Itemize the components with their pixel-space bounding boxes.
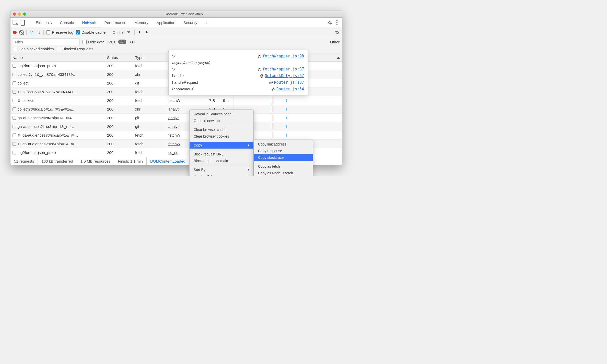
chevron-down-icon xyxy=(127,31,130,33)
throttling-select[interactable]: Online xyxy=(111,30,132,34)
tab-elements[interactable]: Elements xyxy=(32,18,56,27)
network-toolbar: Preserve log Disable cache Online xyxy=(10,28,342,37)
stack-link[interactable]: fetchWrapper.js:98 xyxy=(262,54,304,58)
table-row[interactable]: ga-audiences?t=sr&aip=1&_r=4…200gifanaly… xyxy=(10,114,342,122)
menu-sort-by[interactable]: Sort By xyxy=(190,166,253,173)
filter-all-pill[interactable]: All xyxy=(118,40,126,44)
type-cell: gif xyxy=(133,122,166,131)
preserve-log-label: Preserve log xyxy=(52,30,73,34)
svg-rect-6 xyxy=(138,34,141,34)
stack-link[interactable]: Router.js:54 xyxy=(276,87,304,91)
chevron-right-icon xyxy=(248,144,249,147)
gear-icon: ⚙ xyxy=(18,142,21,146)
tab-performance[interactable]: Performance xyxy=(100,18,131,27)
menu-open-new-tab[interactable]: Open in new tab xyxy=(190,117,253,124)
preserve-log-checkbox[interactable]: Preserve log xyxy=(46,30,73,34)
search-icon[interactable] xyxy=(36,30,41,35)
stack-link[interactable]: NetworkOnly.js:67 xyxy=(265,74,304,78)
type-cell: gif xyxy=(133,114,166,122)
device-icon[interactable] xyxy=(19,19,26,26)
menu-clear-cache[interactable]: Clear browser cache xyxy=(190,126,253,133)
context-menu: Reveal in Sources panel Open in new tab … xyxy=(189,110,254,176)
disable-cache-checkbox[interactable]: Disable cache xyxy=(76,30,106,34)
submenu-copy-response[interactable]: Copy response xyxy=(254,148,313,154)
tab-memory[interactable]: Memory xyxy=(130,18,152,27)
col-status[interactable]: Status xyxy=(105,54,133,61)
svg-point-3 xyxy=(336,22,338,23)
request-name: log?format=json_proto xyxy=(18,150,56,155)
svg-rect-1 xyxy=(21,20,25,25)
menu-clear-cookies[interactable]: Clear browser cookies xyxy=(190,133,253,140)
tab-security[interactable]: Security xyxy=(179,18,201,27)
submenu-copy-fetch[interactable]: Copy as fetch xyxy=(254,163,313,170)
col-type[interactable]: Type xyxy=(133,54,166,61)
chevron-right-icon xyxy=(248,175,249,176)
upload-icon[interactable] xyxy=(137,30,142,35)
download-icon[interactable] xyxy=(144,30,149,35)
close-icon[interactable] xyxy=(13,13,16,16)
zoom-icon[interactable] xyxy=(23,13,26,16)
filter-input[interactable] xyxy=(13,39,79,45)
submenu-copy-link[interactable]: Copy link address xyxy=(254,141,313,148)
submenu-copy-stacktrace[interactable]: Copy stacktrace xyxy=(254,154,313,161)
has-blocked-cookies-checkbox[interactable]: Has blocked cookies xyxy=(13,47,54,51)
table-row[interactable]: ga-audiences?t=sr&aip=1&_r=4…200gifanaly… xyxy=(10,122,342,131)
filter-icon[interactable] xyxy=(29,30,34,35)
stack-link[interactable]: fetchWrapper.js:37 xyxy=(262,67,304,71)
footer-domcontentloaded: DOMContentLoaded xyxy=(147,157,189,165)
initiator-cell[interactable]: fetchW xyxy=(166,96,207,105)
file-icon xyxy=(13,134,16,137)
request-name: collect?v=1&_v=j87&a=4334189… xyxy=(18,72,77,77)
table-row[interactable]: collect?t=dc&aip=1&_r=3&v=1&…200xhranaly… xyxy=(10,105,342,114)
file-icon xyxy=(13,64,16,68)
status-cell: 200 xyxy=(105,122,133,131)
status-cell: 200 xyxy=(105,96,133,105)
filter-type-xhr[interactable]: XH xyxy=(129,40,135,44)
col-name[interactable]: Name xyxy=(10,54,105,61)
table-row[interactable]: ⚙ga-audiences?t=sr&aip=1&_r=…200fetchfet… xyxy=(10,131,342,140)
table-row[interactable]: ⚙collect200fetchfetchW7 B9… xyxy=(10,96,342,105)
sort-arrow-icon xyxy=(337,57,340,59)
file-icon xyxy=(13,116,16,120)
gear-icon[interactable] xyxy=(326,19,333,26)
hide-data-urls-checkbox[interactable]: Hide data URLs xyxy=(83,40,115,44)
type-cell: fetch xyxy=(133,96,166,105)
menu-reveal-sources[interactable]: Reveal in Sources panel xyxy=(190,111,253,117)
request-name: ga-audiences?t=sr&aip=1&_r=… xyxy=(22,133,78,137)
submenu-copy-node-fetch[interactable]: Copy as Node.js fetch xyxy=(254,170,313,176)
waterfall-cell xyxy=(234,96,342,105)
menu-block-domain[interactable]: Block request domain xyxy=(190,157,253,164)
titlebar: DevTools - web.dev/vitals/ xyxy=(10,10,342,18)
inspect-icon[interactable] xyxy=(12,19,19,26)
tab-console[interactable]: Console xyxy=(56,18,78,27)
menu-block-url[interactable]: Block request URL xyxy=(190,151,253,157)
tab-application[interactable]: Application xyxy=(153,18,179,27)
record-icon[interactable] xyxy=(13,31,17,34)
filter-type-other[interactable]: Other xyxy=(330,40,340,44)
type-cell: gif xyxy=(133,79,166,87)
menu-copy[interactable]: Copy xyxy=(190,142,253,149)
clear-icon[interactable] xyxy=(19,30,24,35)
blocked-requests-checkbox[interactable]: Blocked Requests xyxy=(57,47,94,51)
network-settings-icon[interactable] xyxy=(335,30,340,35)
status-cell: 200 xyxy=(105,79,133,87)
status-cell: 200 xyxy=(105,105,133,113)
status-cell: 200 xyxy=(105,148,133,157)
kebab-icon[interactable] xyxy=(333,19,341,26)
gear-icon: ⚙ xyxy=(18,90,21,94)
request-name: collect?t=dc&aip=1&_r=3&v=1&… xyxy=(18,107,76,111)
request-name: ga-audiences?t=sr&aip=1&_r=4… xyxy=(18,116,75,120)
type-cell: fetch xyxy=(133,148,166,157)
minimize-icon[interactable] xyxy=(18,13,21,16)
window-title: DevTools - web.dev/vitals/ xyxy=(28,12,340,16)
tab-network[interactable]: Network xyxy=(78,18,100,27)
type-cell: xhr xyxy=(133,70,166,79)
file-icon xyxy=(13,142,16,146)
stack-link[interactable]: Router.js:187 xyxy=(274,80,304,85)
file-icon xyxy=(13,151,16,154)
tabs-overflow[interactable]: » xyxy=(201,18,212,27)
status-cell: 200 xyxy=(105,140,133,148)
status-cell: 200 xyxy=(105,131,133,139)
menu-header-options[interactable]: Header Options xyxy=(190,173,253,176)
file-icon xyxy=(13,73,16,76)
